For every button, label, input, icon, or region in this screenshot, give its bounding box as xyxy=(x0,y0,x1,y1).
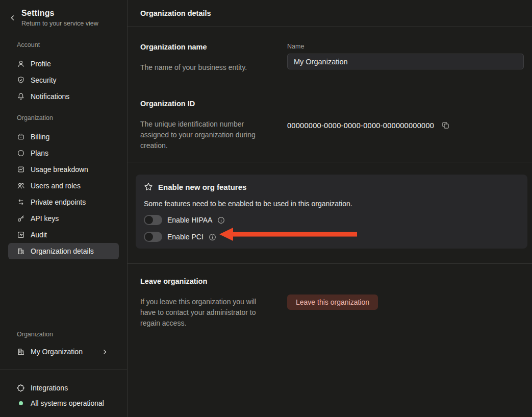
sidebar-item-private-endpoints[interactable]: Private endpoints xyxy=(8,194,119,210)
features-card-title: Enable new org features xyxy=(158,183,246,191)
organization-details-panel: Organization details Organization name T… xyxy=(128,0,532,417)
org-id-description: The unique identification number assigne… xyxy=(140,119,268,151)
status-dot-icon xyxy=(19,401,23,405)
settings-page: { "sidebar": { "title": "Settings", "sub… xyxy=(0,0,532,417)
audit-log-icon xyxy=(17,231,25,239)
enable-pci-toggle[interactable] xyxy=(144,232,162,242)
org-name-description: The name of your business entity. xyxy=(140,62,268,73)
sidebar-subtitle[interactable]: Return to your service view xyxy=(21,20,98,27)
sidebar-item-label: Organization details xyxy=(31,247,94,255)
sidebar-item-label: Notifications xyxy=(31,92,69,101)
bell-icon xyxy=(17,92,25,101)
org-identity-section: Organization name The name of your busin… xyxy=(128,27,532,162)
sidebar-item-label: API keys xyxy=(31,214,59,223)
org-switcher-label: Organization xyxy=(17,331,127,338)
sidebar-item-label: Private endpoints xyxy=(31,198,86,206)
sidebar-item-label: Plans xyxy=(31,149,48,157)
org-switcher[interactable]: My Organization xyxy=(8,343,119,360)
chevron-left-icon[interactable] xyxy=(9,14,16,21)
hipaa-toggle-label: Enable HIPAA xyxy=(167,216,212,224)
chart-icon xyxy=(17,165,25,174)
copy-icon[interactable] xyxy=(441,121,450,130)
leave-organization-button[interactable]: Leave this organization xyxy=(287,295,378,310)
integrations-link[interactable]: Integrations xyxy=(0,380,127,396)
star-icon xyxy=(144,182,153,191)
sidebar-spacer xyxy=(0,259,127,331)
features-section: Enable new org features Some features ne… xyxy=(128,162,532,263)
org-id-row: Organization ID The unique identificatio… xyxy=(140,100,524,151)
sidebar-item-plans[interactable]: Plans xyxy=(8,145,119,161)
name-field-label: Name xyxy=(287,43,524,50)
sidebar-item-security[interactable]: Security xyxy=(8,72,119,88)
info-icon[interactable] xyxy=(209,233,216,241)
sidebar-item-profile[interactable]: Profile xyxy=(8,56,119,72)
section-label-organization: Organization xyxy=(17,114,127,121)
wallet-icon xyxy=(17,133,25,141)
sidebar-item-users-and-roles[interactable]: Users and roles xyxy=(8,178,119,194)
user-icon xyxy=(17,60,25,68)
settings-sidebar: Settings Return to your service view Acc… xyxy=(0,0,128,417)
status-label: All systems operational xyxy=(31,399,104,407)
sidebar-item-label: Billing xyxy=(31,133,49,141)
sidebar-item-label: Profile xyxy=(31,60,51,68)
org-name-row: Organization name The name of your busin… xyxy=(140,43,524,73)
swap-arrows-icon xyxy=(17,198,25,206)
integrations-label: Integrations xyxy=(31,384,68,392)
key-icon xyxy=(17,214,25,223)
org-id-value: 00000000-0000-0000-0000-000000000000 xyxy=(287,121,434,130)
pci-toggle-label: Enable PCI xyxy=(167,233,204,241)
shield-icon xyxy=(17,76,25,84)
org-id-title: Organization ID xyxy=(140,100,268,108)
circle-icon xyxy=(17,149,25,157)
sidebar-footer: Integrations All systems operational xyxy=(0,370,127,417)
hipaa-toggle-row: Enable HIPAA xyxy=(144,214,519,226)
sidebar-item-label: Audit xyxy=(31,231,47,239)
sidebar-item-label: Users and roles xyxy=(31,182,81,190)
system-status-link[interactable]: All systems operational xyxy=(0,396,127,411)
sidebar-header: Settings Return to your service view xyxy=(0,0,127,27)
organization-icon xyxy=(17,348,25,356)
section-label-account: Account xyxy=(17,41,127,48)
org-name-input[interactable] xyxy=(287,54,524,69)
enable-hipaa-toggle[interactable] xyxy=(144,215,162,225)
org-name-title: Organization name xyxy=(140,43,268,51)
sidebar-item-organization-details[interactable]: Organization details xyxy=(8,243,119,259)
sidebar-item-usage-breakdown[interactable]: Usage breakdown xyxy=(8,161,119,178)
sidebar-item-api-keys[interactable]: API keys xyxy=(8,210,119,227)
leave-title: Leave organization xyxy=(140,277,268,285)
annotation-arrow-icon xyxy=(219,227,357,241)
leave-description: If you leave this organization you will … xyxy=(140,297,268,329)
sidebar-title: Settings xyxy=(21,9,98,18)
features-card-description: Some features need to be enabled to be u… xyxy=(144,199,519,209)
sidebar-item-notifications[interactable]: Notifications xyxy=(8,88,119,105)
puzzle-icon xyxy=(17,384,25,392)
info-icon[interactable] xyxy=(217,216,225,224)
organization-icon xyxy=(17,247,25,255)
users-icon xyxy=(17,182,25,190)
enable-features-card: Enable new org features Some features ne… xyxy=(136,175,527,249)
leave-organization-section: Leave organization If you leave this org… xyxy=(128,264,532,417)
chevron-right-icon xyxy=(102,349,114,355)
page-title: Organization details xyxy=(128,0,532,27)
sidebar-item-billing[interactable]: Billing xyxy=(8,129,119,145)
sidebar-item-audit[interactable]: Audit xyxy=(8,227,119,243)
sidebar-item-label: Security xyxy=(31,76,57,84)
sidebar-item-label: Usage breakdown xyxy=(31,165,88,174)
org-switcher-value: My Organization xyxy=(31,348,83,356)
